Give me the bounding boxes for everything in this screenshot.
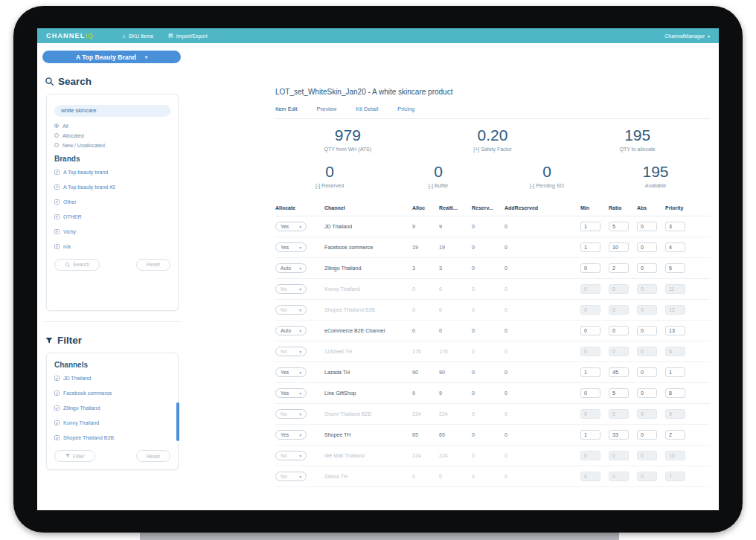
priority-cell xyxy=(665,472,702,481)
priority-input[interactable] xyxy=(665,347,685,356)
ratio-input[interactable] xyxy=(609,242,629,252)
priority-input[interactable] xyxy=(665,430,685,440)
ratio-input[interactable] xyxy=(609,430,629,440)
priority-input[interactable] xyxy=(665,472,685,481)
ratio-input[interactable] xyxy=(609,451,629,460)
brand-checkbox-item[interactable]: ✓ Vichy xyxy=(54,229,170,234)
priority-input[interactable] xyxy=(665,222,685,231)
allocate-select[interactable]: Auto ▾ xyxy=(275,326,307,335)
channel-checkbox-item[interactable]: ✓ JD Thailand xyxy=(54,376,170,381)
tab[interactable]: Preview xyxy=(317,106,337,112)
ratio-input[interactable] xyxy=(609,409,629,419)
allocate-select[interactable]: No ▾ xyxy=(275,472,307,481)
allocate-select[interactable]: Yes ▾ xyxy=(275,388,307,398)
radio-label: Allocated xyxy=(63,133,84,138)
allocate-select[interactable]: Yes ▾ xyxy=(275,367,307,377)
priority-input[interactable] xyxy=(665,388,685,398)
app-logo[interactable]: CHANNELIQ xyxy=(46,32,94,39)
nav-item-import-export[interactable]: ▤ Import/Export xyxy=(168,33,208,39)
abs-input[interactable] xyxy=(637,326,657,335)
min-input[interactable] xyxy=(580,451,600,460)
filter-button[interactable]: Filter xyxy=(54,450,95,462)
min-input[interactable] xyxy=(580,326,600,335)
abs-input[interactable] xyxy=(637,409,657,419)
min-input[interactable] xyxy=(580,388,600,398)
brand-checkbox-item[interactable]: ✓ A Top beauty brand xyxy=(54,170,170,175)
allocate-select[interactable]: Yes ▾ xyxy=(275,430,307,440)
allocate-select[interactable]: Yes ▾ xyxy=(275,222,307,231)
chevron-down-icon: ▾ xyxy=(299,245,301,250)
priority-input[interactable] xyxy=(665,326,685,335)
min-input[interactable] xyxy=(580,242,600,252)
tab[interactable]: Pricing xyxy=(397,106,414,112)
ratio-input[interactable] xyxy=(609,388,629,398)
scrollbar-thumb[interactable] xyxy=(176,402,179,441)
reset-button[interactable]: Reset xyxy=(136,450,170,462)
abs-input[interactable] xyxy=(637,263,657,273)
allocation-radio[interactable]: New / Unallocated xyxy=(54,143,170,148)
abs-input[interactable] xyxy=(637,451,657,460)
allocate-select[interactable]: No ▾ xyxy=(275,451,307,460)
channel-checkbox-item[interactable]: ✓ Zilingo Thailand xyxy=(54,405,170,411)
allocation-radio[interactable]: All xyxy=(54,123,170,129)
table-row: Yes ▾ Shopee TH 65 65 0 0 xyxy=(275,425,710,446)
allocate-select[interactable]: No ▾ xyxy=(275,347,307,356)
filter-card: Channels ✓ JD Thailand ✓ Facebook xyxy=(46,353,179,470)
ratio-input[interactable] xyxy=(609,367,629,377)
nav-item-sku-items[interactable]: ⌂ SKU Items xyxy=(122,33,153,39)
abs-input[interactable] xyxy=(637,367,657,377)
channel-checkbox-item[interactable]: ✓ Facebook commerce xyxy=(54,390,170,396)
min-input[interactable] xyxy=(580,409,600,419)
ratio-input[interactable] xyxy=(609,284,629,294)
brand-checkbox-item[interactable]: ✓ n/a xyxy=(54,244,170,249)
abs-input[interactable] xyxy=(637,242,657,252)
abs-input[interactable] xyxy=(637,284,657,294)
abs-input[interactable] xyxy=(637,430,657,440)
min-input[interactable] xyxy=(580,263,600,273)
priority-input[interactable] xyxy=(665,451,685,460)
abs-input[interactable] xyxy=(637,305,657,315)
abs-input[interactable] xyxy=(637,472,657,481)
ratio-input[interactable] xyxy=(609,326,629,335)
brand-checkbox-item[interactable]: ✓ A Top beauty brand #2 xyxy=(54,184,170,190)
ratio-input[interactable] xyxy=(609,222,629,231)
top-navbar: CHANNELIQ ⌂ SKU Items ▤ Import/Export Ch… xyxy=(37,28,719,43)
min-input[interactable] xyxy=(580,472,600,481)
allocate-select[interactable]: Yes ▾ xyxy=(275,242,307,252)
channel-checkbox-item[interactable]: ✓ Konvy Thailand xyxy=(54,420,170,425)
min-input[interactable] xyxy=(580,222,600,231)
brand-selector[interactable]: A Top Beauty Brand ▾ xyxy=(42,51,181,63)
min-input[interactable] xyxy=(580,430,600,440)
priority-input[interactable] xyxy=(665,242,685,252)
priority-input[interactable] xyxy=(665,263,685,273)
min-input[interactable] xyxy=(580,347,600,356)
abs-input[interactable] xyxy=(637,388,657,398)
priority-input[interactable] xyxy=(665,305,685,315)
search-input[interactable] xyxy=(54,105,170,117)
user-menu[interactable]: ChannelManager ▾ xyxy=(664,33,710,39)
allocate-select[interactable]: Auto ▾ xyxy=(275,263,307,273)
min-input[interactable] xyxy=(580,305,600,315)
ratio-input[interactable] xyxy=(609,305,629,315)
search-button[interactable]: Search xyxy=(54,259,100,271)
tab[interactable]: Kit Detail xyxy=(356,106,378,112)
allocate-select[interactable]: No ▾ xyxy=(275,409,307,419)
allocate-select[interactable]: No ▾ xyxy=(275,284,307,294)
abs-input[interactable] xyxy=(637,222,657,231)
min-input[interactable] xyxy=(580,284,600,294)
allocation-radio[interactable]: Allocated xyxy=(54,133,170,138)
ratio-input[interactable] xyxy=(609,472,629,481)
brand-checkbox-item[interactable]: ✓ Other xyxy=(54,199,170,205)
reset-button[interactable]: Reset xyxy=(136,259,170,271)
allocate-select[interactable]: No ▾ xyxy=(275,305,307,315)
priority-input[interactable] xyxy=(665,284,685,294)
abs-input[interactable] xyxy=(637,347,657,356)
brand-checkbox-item[interactable]: ✓ OTHER xyxy=(54,214,170,219)
ratio-input[interactable] xyxy=(609,263,629,273)
priority-input[interactable] xyxy=(665,409,685,419)
channel-checkbox-item[interactable]: ✓ Shopee Thailand B2B xyxy=(54,435,170,440)
tab[interactable]: Item Edit xyxy=(275,106,298,112)
ratio-input[interactable] xyxy=(609,347,629,356)
priority-input[interactable] xyxy=(665,367,685,377)
min-input[interactable] xyxy=(580,367,600,377)
